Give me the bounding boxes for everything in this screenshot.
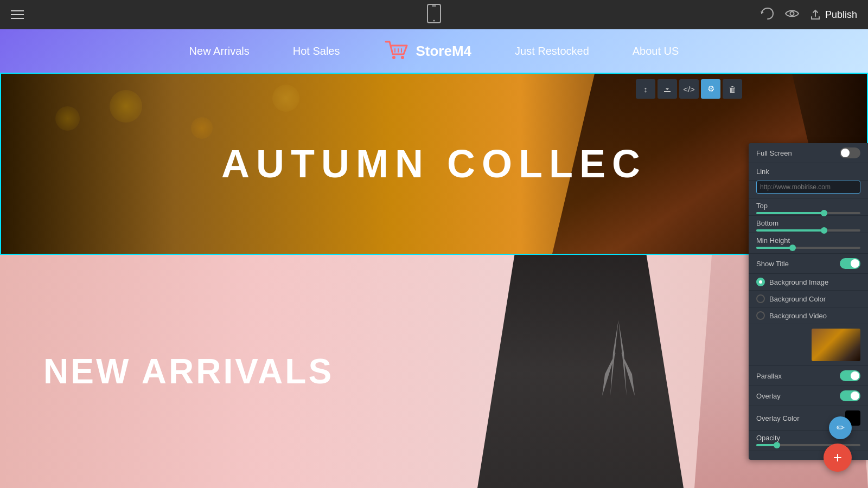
link-row: Link [749,163,868,181]
top-slider[interactable] [756,212,860,214]
hamburger-menu-button[interactable] [11,10,24,19]
overlay-row: Overlay [749,386,868,406]
link-input[interactable] [756,181,860,194]
parallax-label: Parallax [756,372,782,380]
svg-point-5 [401,56,404,59]
bg-video-row[interactable]: Background Video [749,307,868,324]
min-height-slider[interactable] [756,247,860,249]
section-settings-button[interactable]: ⚙ [701,79,720,99]
bg-video-radio[interactable] [756,311,765,320]
nav-item-new-arrivals[interactable]: New Arrivals [189,45,250,57]
bg-thumbnail[interactable] [812,329,860,361]
nav-logo-text: StoreM4 [416,43,471,60]
svg-point-1 [433,20,435,22]
bottom-slider-row: Bottom [749,216,868,233]
publish-button[interactable]: Publish [810,9,857,21]
min-height-slider-row: Min Height [749,233,868,254]
bg-thumbnail-area [749,324,868,366]
show-title-toggle[interactable] [840,258,860,269]
edit-icon: ✏ [837,422,845,434]
bg-image-row[interactable]: Background Image [749,274,868,291]
parallax-row: Parallax [749,366,868,386]
link-input-row [749,181,868,198]
edit-fab-button[interactable]: ✏ [829,416,852,439]
fullscreen-toggle[interactable] [840,147,860,158]
section-toolbar: ↕ </> ⚙ 🗑 [636,79,742,99]
overlay-toggle[interactable] [840,390,860,401]
second-section-title: NEW ARRIVALS [43,351,334,391]
second-section: NEW ARRIVALS [0,255,868,488]
overlay-label: Overlay [756,392,781,400]
nav-item-just-restocked[interactable]: Just Restocked [515,45,589,57]
bg-video-label: Background Video [769,312,827,320]
nav-item-about-us[interactable]: About US [633,45,679,57]
min-height-label: Min Height [756,236,860,245]
bg-color-label: Background Color [769,295,826,303]
show-title-label: Show Title [756,260,789,268]
show-title-row: Show Title [749,254,868,274]
mobile-preview-icon[interactable] [427,4,441,25]
main-content: AUTUMN COLLEC ↕ </> ⚙ 🗑 NEW ARRIVALS [0,73,868,488]
section-download-button[interactable] [658,79,677,99]
bg-color-row[interactable]: Background Color [749,291,868,307]
navbar: New Arrivals Hot Sales StoreM4 Just Rest… [0,29,868,73]
top-label: Top [756,202,860,210]
section-delete-button[interactable]: 🗑 [723,79,742,99]
nav-logo[interactable]: StoreM4 [383,39,471,63]
svg-point-4 [392,56,395,59]
bg-image-radio[interactable] [756,278,765,286]
hero-title: AUTUMN COLLEC [221,142,647,186]
bg-image-label: Background Image [769,278,828,286]
section-move-button[interactable]: ↕ [636,79,655,99]
publish-label: Publish [825,9,857,21]
add-fab-button[interactable]: + [824,444,852,472]
bottom-slider[interactable] [756,229,860,232]
fullscreen-row: Full Screen [749,143,868,163]
hero-section: AUTUMN COLLEC ↕ </> ⚙ 🗑 [0,73,868,255]
nav-item-hot-sales[interactable]: Hot Sales [293,45,340,57]
undo-button[interactable] [760,8,774,22]
add-icon: + [833,449,842,466]
bg-color-radio[interactable] [756,294,765,303]
link-label: Link [756,168,769,176]
right-toolbar-icons: Publish [760,8,857,22]
settings-panel: Full Screen Link Top Bottom [749,143,868,460]
shirt-design [586,309,651,398]
svg-point-3 [790,11,794,15]
overlay-color-label: Overlay Color [756,414,799,422]
parallax-toggle[interactable] [840,370,860,381]
left-toolbar-icons [11,10,24,19]
fullscreen-label: Full Screen [756,149,792,157]
section-code-button[interactable]: </> [679,79,699,99]
preview-button[interactable] [785,9,799,21]
bottom-label: Bottom [756,219,860,227]
top-slider-row: Top [749,198,868,216]
top-toolbar: Publish [0,0,868,29]
